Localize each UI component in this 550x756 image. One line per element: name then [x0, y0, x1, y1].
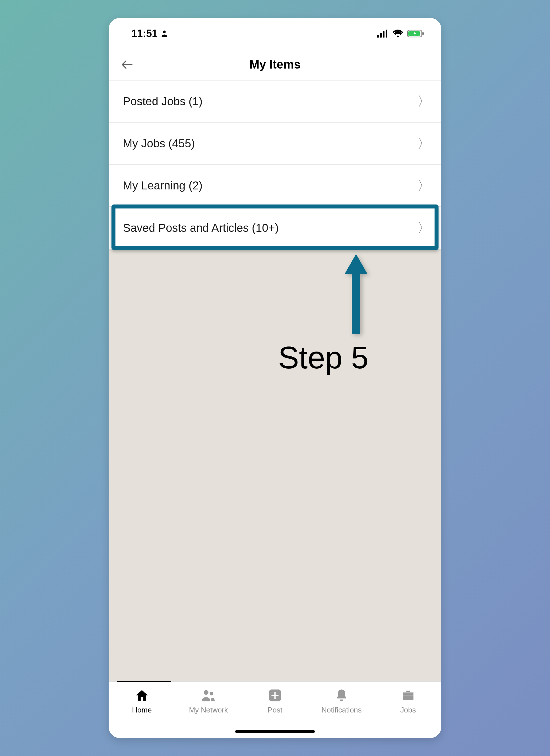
list-item-my-learning[interactable]: My Learning (2) 〉 [109, 165, 441, 207]
list-item-saved-posts[interactable]: Saved Posts and Articles (10+) 〉 [109, 207, 441, 249]
svg-rect-2 [380, 33, 382, 38]
person-icon [160, 30, 168, 38]
tab-post[interactable]: Post [242, 687, 308, 714]
tab-label: Post [268, 706, 282, 714]
status-time-group: 11:51 [131, 28, 168, 40]
annotation-step-label: Step 5 [109, 339, 441, 375]
header-bar: My Items [109, 49, 441, 80]
briefcase-icon [401, 687, 415, 703]
tab-home[interactable]: Home [109, 687, 175, 714]
home-icon [135, 687, 149, 703]
status-bar: 11:51 [109, 18, 441, 49]
svg-rect-14 [272, 695, 279, 696]
battery-icon [407, 30, 424, 38]
tab-jobs[interactable]: Jobs [375, 687, 441, 714]
list-item-posted-jobs[interactable]: Posted Jobs (1) 〉 [109, 80, 441, 123]
list-item-label: Saved Posts and Articles (10+) [123, 222, 279, 234]
tab-label: Home [132, 706, 152, 714]
list-item-label: My Jobs (455) [123, 137, 195, 150]
list-item-my-jobs[interactable]: My Jobs (455) 〉 [109, 123, 441, 165]
wifi-icon [392, 30, 403, 38]
status-time: 11:51 [131, 28, 158, 40]
svg-point-11 [210, 692, 213, 695]
list-item-label: My Learning (2) [123, 179, 202, 192]
home-indicator[interactable] [235, 730, 315, 733]
chevron-right-icon: 〉 [417, 177, 430, 194]
list-item-label: Posted Jobs (1) [123, 95, 202, 108]
tab-label: Jobs [400, 706, 416, 714]
phone-frame: 11:51 [109, 18, 441, 738]
chevron-right-icon: 〉 [417, 135, 430, 152]
tab-label: Notifications [321, 706, 362, 714]
back-button[interactable] [114, 52, 140, 77]
tab-label: My Network [189, 706, 228, 714]
bell-icon [334, 687, 349, 703]
tab-notifications[interactable]: Notifications [308, 687, 375, 714]
svg-point-10 [204, 690, 208, 695]
status-indicators [377, 30, 424, 38]
svg-rect-4 [386, 30, 387, 38]
chevron-right-icon: 〉 [417, 93, 430, 110]
page-title: My Items [109, 58, 441, 71]
svg-rect-1 [377, 35, 379, 38]
tab-bar: Home My Network Post Notifications Jobs [109, 681, 441, 738]
plus-square-icon [268, 687, 282, 703]
svg-marker-9 [345, 254, 367, 334]
active-tab-indicator [117, 681, 171, 682]
signal-icon [377, 30, 388, 38]
svg-point-0 [163, 31, 166, 33]
svg-rect-6 [422, 32, 424, 35]
svg-rect-3 [383, 31, 384, 38]
item-list: Posted Jobs (1) 〉 My Jobs (455) 〉 My Lea… [109, 80, 441, 249]
arrow-left-icon [120, 57, 134, 72]
tab-network[interactable]: My Network [175, 687, 242, 714]
people-icon [201, 687, 216, 703]
chevron-right-icon: 〉 [417, 220, 430, 236]
annotation-arrow-up-icon [345, 254, 367, 334]
